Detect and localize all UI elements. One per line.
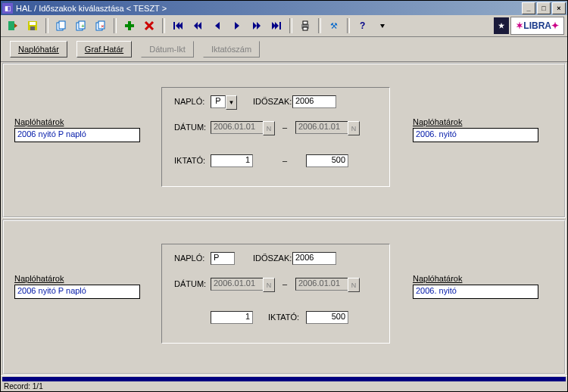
- svg-text:?: ?: [360, 20, 365, 31]
- svg-rect-5: [59, 21, 65, 29]
- record-indicator: Record: 1/1: [1, 382, 567, 390]
- datum-dash: –: [282, 123, 287, 132]
- datum-to-picker-icon[interactable]: N: [348, 121, 360, 135]
- help-icon[interactable]: ?: [354, 17, 372, 35]
- help-dropdown-icon[interactable]: [373, 17, 392, 35]
- upper-left-label: Naplóhatárok: [14, 117, 64, 126]
- naplo-dropdown-icon[interactable]: ▼: [226, 95, 237, 110]
- toolbar-separator: [347, 18, 350, 33]
- next-set-icon[interactable]: [248, 17, 266, 35]
- svg-rect-14: [173, 22, 175, 30]
- upper-left-value[interactable]: 2006 nyitó P napló: [14, 128, 140, 142]
- prev-record-icon[interactable]: [208, 17, 226, 35]
- maximize-button[interactable]: □: [537, 2, 551, 14]
- status-blue-bar: [2, 377, 566, 381]
- main-toolbar: + × ⚒ ? ★ ✶LIBRA✦: [1, 15, 567, 37]
- iktato-from-input[interactable]: 1: [211, 311, 253, 324]
- action-bar: Naplóhatár Graf.Határ Dátum-Ikt Iktatósz…: [1, 37, 567, 62]
- upper-right-label: Naplóhatárok: [413, 117, 462, 126]
- naplohatar-button[interactable]: Naplóhatár: [10, 41, 67, 58]
- iktato-to-input[interactable]: 500: [306, 154, 348, 167]
- app-icon: ◧: [2, 3, 13, 14]
- iktato-dash: –: [282, 156, 287, 165]
- brand-logo-dark: ★: [494, 17, 509, 34]
- copy-icon[interactable]: [52, 17, 70, 35]
- datum-label: DÁTUM:: [174, 279, 206, 288]
- svg-text:+: +: [81, 23, 85, 30]
- minimize-button[interactable]: _: [522, 2, 535, 14]
- upper-right-value[interactable]: 2006. nyitó: [413, 128, 538, 142]
- last-record-icon[interactable]: [267, 17, 286, 35]
- exit-icon[interactable]: [4, 17, 22, 35]
- naplo-label: NAPLÓ:: [174, 97, 204, 106]
- naplo-label: NAPLÓ:: [174, 254, 204, 263]
- toolbar-separator: [45, 18, 48, 33]
- idoszak-label: IDŐSZAK:: [253, 254, 292, 263]
- save-icon[interactable]: [23, 17, 42, 35]
- naplo-input[interactable]: P: [211, 252, 235, 265]
- next-record-icon[interactable]: [228, 17, 246, 35]
- toolbar-separator: [162, 18, 165, 33]
- status-bar: Record: 1/1: [1, 375, 567, 391]
- iktato-from-input[interactable]: 1: [211, 154, 253, 167]
- toolbar-separator: [318, 18, 321, 33]
- insert-record-icon[interactable]: [120, 17, 139, 35]
- lower-block: Naplóhatárok 2006 nyitó P napló Naplóhat…: [2, 219, 566, 375]
- datum-label: DÁTUM:: [174, 123, 206, 132]
- svg-text:⚒: ⚒: [330, 21, 338, 30]
- toolbar-separator: [289, 18, 292, 33]
- content-area: Naplóhatárok 2006 nyitó P napló Naplóhat…: [1, 62, 567, 375]
- datum-to-input: 2006.01.01: [295, 121, 348, 134]
- naplo-input[interactable]: P: [211, 95, 226, 108]
- datumikt-button: Dátum-Ikt: [141, 41, 194, 58]
- svg-rect-15: [279, 22, 281, 30]
- svg-rect-18: [303, 27, 307, 30]
- datum-from-input: 2006.01.01: [211, 121, 264, 134]
- iktatoszam-button: Iktatószám: [203, 41, 260, 58]
- lower-left-label: Naplóhatárok: [14, 274, 64, 283]
- idoszak-label: IDŐSZAK:: [253, 97, 292, 106]
- iktato-to-input[interactable]: 500: [306, 311, 348, 324]
- close-button[interactable]: ×: [552, 2, 566, 14]
- print-icon[interactable]: [296, 17, 314, 35]
- tools-icon[interactable]: ⚒: [325, 17, 343, 35]
- delete-record-icon[interactable]: [140, 17, 158, 35]
- svg-rect-3: [30, 26, 35, 30]
- svg-rect-2: [30, 22, 36, 25]
- lower-panel: NAPLÓ: P IDŐSZAK: 2006 DÁTUM: 2006.01.01…: [161, 244, 390, 344]
- iktato-label: IKTATÓ:: [174, 156, 205, 165]
- brand-logo-libra: ✶LIBRA✦: [510, 17, 564, 35]
- lower-right-label: Naplóhatárok: [413, 274, 462, 283]
- grafhatar-button[interactable]: Graf.Határ: [76, 41, 132, 58]
- toolbar-separator: [114, 18, 117, 33]
- title-bar: ◧ HAL / Időszakok kiválasztása < TESZT >…: [1, 1, 567, 15]
- svg-text:×: ×: [101, 23, 105, 30]
- datum-to-input: 2006.01.01: [295, 278, 348, 291]
- idoszak-input[interactable]: 2006: [292, 95, 336, 108]
- upper-panel: NAPLÓ: P ▼ IDŐSZAK: 2006 DÁTUM: 2006.01.…: [161, 87, 390, 187]
- copy-remove-icon[interactable]: ×: [92, 17, 110, 35]
- window-title: HAL / Időszakok kiválasztása < TESZT >: [16, 4, 520, 13]
- datum-dash: –: [282, 279, 287, 288]
- copy-plus-icon[interactable]: +: [72, 17, 90, 35]
- first-record-icon[interactable]: [169, 17, 187, 35]
- app-window: ◧ HAL / Időszakok kiválasztása < TESZT >…: [0, 0, 568, 392]
- datum-to-picker-icon[interactable]: N: [348, 278, 360, 292]
- svg-rect-0: [8, 21, 14, 30]
- iktato-label: IKTATÓ:: [268, 313, 299, 322]
- lower-right-value[interactable]: 2006. nyitó: [413, 285, 538, 299]
- idoszak-input[interactable]: 2006: [292, 252, 336, 265]
- svg-rect-17: [303, 21, 307, 24]
- datum-from-picker-icon[interactable]: N: [263, 278, 275, 292]
- upper-block: Naplóhatárok 2006 nyitó P napló Naplóhat…: [2, 63, 566, 218]
- datum-from-input: 2006.01.01: [211, 278, 264, 291]
- lower-left-value[interactable]: 2006 nyitó P napló: [14, 285, 140, 299]
- datum-from-picker-icon[interactable]: N: [263, 121, 275, 135]
- prev-set-icon[interactable]: [189, 17, 207, 35]
- svg-rect-13: [125, 24, 134, 27]
